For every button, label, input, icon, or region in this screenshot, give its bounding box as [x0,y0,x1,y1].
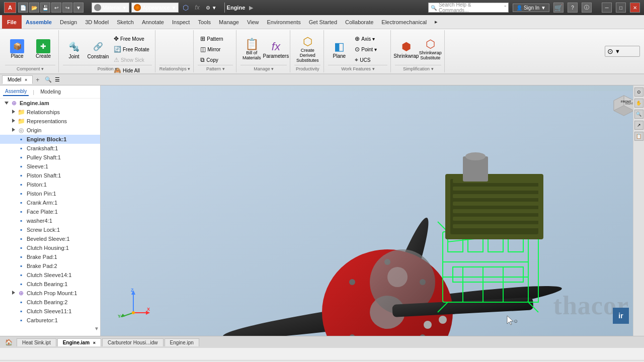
free-move-button[interactable]: ✥ Free Move Free Move [111,34,152,44]
menu-item-manage[interactable]: Manage [215,17,243,27]
appearance-dropdown[interactable]: Appearance ▼ [131,3,179,13]
menu-item-sketch[interactable]: Sketch [113,17,138,27]
tab-add-button[interactable]: + [34,76,41,83]
work-features-group-label[interactable]: Work Features ▾ [328,65,387,71]
file-menu-button[interactable]: File [2,15,22,29]
joint-button[interactable]: 🔩 Joint [63,35,85,64]
fx-button[interactable]: fx [193,3,201,13]
copy-button[interactable]: ⧉ Copy [198,55,233,65]
show-sick-button[interactable]: ⚠ Show Sick [111,55,152,65]
mirror-button[interactable]: ◫ Mirror [198,44,233,54]
save-button[interactable]: 💾 [40,3,50,13]
tree-item-face-plate[interactable]: ▪ Face Plate:1 [0,207,100,216]
tree-item-pulley-shaft[interactable]: ▪ Pulley Shaft:1 [0,153,100,162]
free-rotate-button[interactable]: 🔄 Free Rotate [111,44,152,54]
create-derived-button[interactable]: ⬡ Create DerivedSubstitutes [294,35,320,64]
tree-item-engine-block[interactable]: ▪ Engine Block:1 [0,135,100,144]
menu-item-design[interactable]: Design [56,17,81,27]
menu-item-get-started[interactable]: Get Started [305,17,341,27]
tree-item-representations[interactable]: 📁 Representations [0,117,100,126]
tree-item-washer[interactable]: ▪ washer4:1 [0,216,100,225]
menu-item-more[interactable]: ▸ [431,17,442,27]
cart-button[interactable]: 🛒 [553,3,564,13]
shrinkwrap-button[interactable]: ⬢ Shrinkwrap [395,35,417,64]
menu-item-3dmodel[interactable]: 3D Model [81,17,113,27]
sign-in-button[interactable]: 👤 Sign In ▼ [513,4,549,12]
viewport-ctrl-3[interactable]: 🔍 [634,110,643,119]
viewport-ctrl-4[interactable]: ↗ [634,121,643,130]
tree-item-clutch-bearing-1[interactable]: ▪ Clutch Bearing:1 [0,280,100,289]
home-icon[interactable]: 🏠 [2,338,16,347]
app-menu-button[interactable]: A [4,2,16,13]
viewport[interactable]: ☺ FRONT RIGHT Z [101,85,644,348]
close-button[interactable]: ✕ [630,3,640,13]
tree-item-crank-arm[interactable]: ▪ Crank Arm:1 [0,198,100,207]
help-button[interactable]: ? [568,3,578,13]
tree-item-sleeve[interactable]: ▪ Sleeve:1 [0,162,100,171]
modeling-tab[interactable]: Modeling [38,88,63,96]
pattern-button[interactable]: ⊞ Pattern [198,34,233,44]
tree-item-screw-lock[interactable]: ▪ Screw Lock:1 [0,225,100,234]
more-options-button[interactable]: ▼ [73,3,84,13]
open-file-button[interactable]: 📂 [29,3,39,13]
redo-button[interactable]: ↪ [62,3,72,13]
component-group-label[interactable]: Component ▾ [5,65,55,71]
point-button[interactable]: ⊙ Point ▾ [352,44,387,54]
model-tab-close[interactable]: × [25,77,27,82]
engine-tab-close[interactable]: × [93,340,96,345]
material-dropdown[interactable]: Material ▼ [92,3,129,13]
info-button[interactable]: ⓘ [582,3,592,13]
tree-item-clutch-prop-mount[interactable]: ⊕ Clutch Prop Mount:1 [0,289,100,298]
menu-item-view[interactable]: View [243,17,263,27]
menu-item-assemble[interactable]: Assemble [22,17,56,27]
tree-item-brake-pad-2[interactable]: ▪ Brake Pad:2 [0,261,100,270]
position-group-label[interactable]: Position ▾ [63,65,152,71]
viewport-ctrl-1[interactable]: ⊙ [634,87,643,97]
undo-button[interactable]: ↩ [51,3,61,13]
maximize-button[interactable]: □ [616,3,626,13]
tab-search-button[interactable]: 🔍 [44,76,52,84]
viewport-ctrl-5[interactable]: 📋 [634,132,643,141]
tree-item-clutch-sleeve11[interactable]: ▪ Clutch Sleeve11:1 [0,307,100,316]
plane-button[interactable]: ◧ Plane [328,35,350,64]
tab-menu-button[interactable]: ☰ [53,76,61,84]
tree-item-relationships[interactable]: 📁 Relationships [0,108,100,117]
tree-item-clutch-bearing-2[interactable]: ▪ Clutch Bearing:2 [0,298,100,307]
settings-button[interactable]: ⚙ ▼ [204,3,219,13]
menu-item-environments[interactable]: Environments [263,17,305,27]
bottom-tab-carburetor[interactable]: Carburetor Housi...idw [102,338,163,346]
bottom-tab-heatsink[interactable]: Heat Sink.ipt [17,338,56,346]
menu-item-electromechanical[interactable]: Electromechanical [377,17,431,27]
tree-item-crankshaft[interactable]: ▪ Crankshaft:1 [0,144,100,153]
assembly-tab[interactable]: Assembly [3,87,29,96]
tree-item-beveled-sleeve[interactable]: ▪ Beveled Sleeve:1 [0,234,100,243]
axis-button[interactable]: ⊕ Axis ▾ [352,34,387,44]
menu-item-inspect[interactable]: Inspect [168,17,194,27]
tree-item-piston[interactable]: ▪ Piston:1 [0,180,100,189]
shrinkwrap-substitute-button[interactable]: ⬡ ShrinkwrapSubstitute [419,35,441,64]
tree-item-brake-pad-1[interactable]: ▪ Brake Pad:1 [0,252,100,261]
tree-item-carburetor[interactable]: ▪ Carburetor:1 [0,316,100,325]
minimize-button[interactable]: ─ [602,3,612,13]
search-box[interactable]: 🔍 Search Help & Commands... " [428,3,509,13]
tree-item-piston-shaft[interactable]: ▪ Piston Shaft:1 [0,171,100,180]
pattern-group-label[interactable]: Pattern ▾ [198,65,233,71]
menu-item-tools[interactable]: Tools [194,17,215,27]
parameters-button[interactable]: fx Parameters [265,35,287,64]
place-button[interactable]: 📦 Place [5,34,29,64]
view-options-button[interactable]: ⊙ ▼ [605,46,640,57]
tree-item-clutch-sleeve14[interactable]: ▪ Clutch Sleeve14:1 [0,270,100,280]
tree-item-origin[interactable]: ◎ Origin [0,126,100,135]
ucs-button[interactable]: ⌖ UCS [352,55,387,65]
relationships-group-label[interactable]: Relationships ▾ [159,65,191,71]
bom-button[interactable]: 📋 Bill ofMaterials [240,35,263,64]
bottom-tab-engine-ipn[interactable]: Engine.ipn [165,338,199,346]
viewport-ctrl-2[interactable]: ✋ [634,99,643,108]
model-tab[interactable]: Model × [2,75,33,84]
tree-root-item[interactable]: ⊕ Engine.iam [0,99,100,108]
bottom-tab-engine[interactable]: Engine.iam × [57,338,101,346]
tree-item-piston-pin[interactable]: ▪ Piston Pin:1 [0,189,100,198]
simplification-group-label[interactable]: Simplification ▾ [395,65,441,71]
constrain-button[interactable]: 🔗 Constrain [87,35,109,64]
menu-item-annotate[interactable]: Annotate [138,17,168,27]
